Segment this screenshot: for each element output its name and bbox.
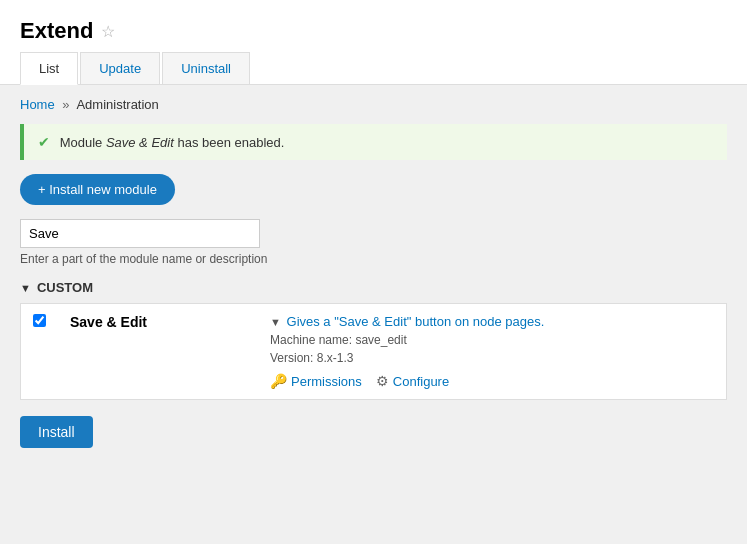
module-checkbox-cell bbox=[21, 304, 59, 400]
search-input[interactable] bbox=[20, 219, 260, 248]
module-version: Version: 8.x-1.3 bbox=[270, 351, 714, 365]
module-table: Save & Edit ▼ Gives a "Save & Edit" butt… bbox=[20, 303, 727, 400]
custom-section-header[interactable]: ▼ CUSTOM bbox=[20, 280, 727, 295]
search-hint: Enter a part of the module name or descr… bbox=[20, 252, 727, 266]
module-name: Save & Edit bbox=[58, 304, 258, 400]
breadcrumb-home[interactable]: Home bbox=[20, 97, 55, 112]
permissions-icon: 🔑 bbox=[270, 373, 287, 389]
bottom-install-button[interactable]: Install bbox=[20, 416, 93, 448]
configure-label: Configure bbox=[393, 374, 449, 389]
tab-list[interactable]: List bbox=[20, 52, 78, 85]
star-icon[interactable]: ☆ bbox=[101, 22, 115, 41]
content-area: Home » Administration ✔ Module Save & Ed… bbox=[0, 85, 747, 460]
section-label: CUSTOM bbox=[37, 280, 93, 295]
module-checkbox[interactable] bbox=[33, 314, 46, 327]
permissions-link[interactable]: 🔑 Permissions bbox=[270, 373, 362, 389]
page-title: Extend bbox=[20, 18, 93, 44]
module-description-link[interactable]: Gives a "Save & Edit" button on node pag… bbox=[287, 314, 545, 329]
version-label: Version: bbox=[270, 351, 313, 365]
status-text: Module Save & Edit has been enabled. bbox=[60, 135, 285, 150]
module-meta: Machine name: save_edit bbox=[270, 333, 714, 347]
module-desc-cell: ▼ Gives a "Save & Edit" button on node p… bbox=[258, 304, 727, 400]
install-new-module-button[interactable]: + Install new module bbox=[20, 174, 175, 205]
configure-link[interactable]: ⚙ Configure bbox=[376, 373, 449, 389]
breadcrumb: Home » Administration bbox=[20, 97, 727, 112]
check-icon: ✔ bbox=[38, 134, 50, 150]
version-value: 8.x-1.3 bbox=[317, 351, 354, 365]
permissions-label: Permissions bbox=[291, 374, 362, 389]
desc-triangle: ▼ bbox=[270, 316, 281, 328]
status-message: ✔ Module Save & Edit has been enabled. bbox=[20, 124, 727, 160]
module-description-row: ▼ Gives a "Save & Edit" button on node p… bbox=[270, 314, 714, 329]
section-triangle: ▼ bbox=[20, 282, 31, 294]
table-row: Save & Edit ▼ Gives a "Save & Edit" butt… bbox=[21, 304, 727, 400]
tab-update[interactable]: Update bbox=[80, 52, 160, 84]
tab-uninstall[interactable]: Uninstall bbox=[162, 52, 250, 84]
page-header: Extend ☆ List Update Uninstall bbox=[0, 0, 747, 85]
search-area: Enter a part of the module name or descr… bbox=[20, 219, 727, 266]
tab-bar: List Update Uninstall bbox=[20, 52, 727, 84]
configure-icon: ⚙ bbox=[376, 373, 389, 389]
machine-name-label: Machine name: bbox=[270, 333, 352, 347]
module-actions: 🔑 Permissions ⚙ Configure bbox=[270, 373, 714, 389]
machine-name-value: save_edit bbox=[355, 333, 406, 347]
breadcrumb-current: Administration bbox=[76, 97, 158, 112]
breadcrumb-separator: » bbox=[62, 97, 69, 112]
